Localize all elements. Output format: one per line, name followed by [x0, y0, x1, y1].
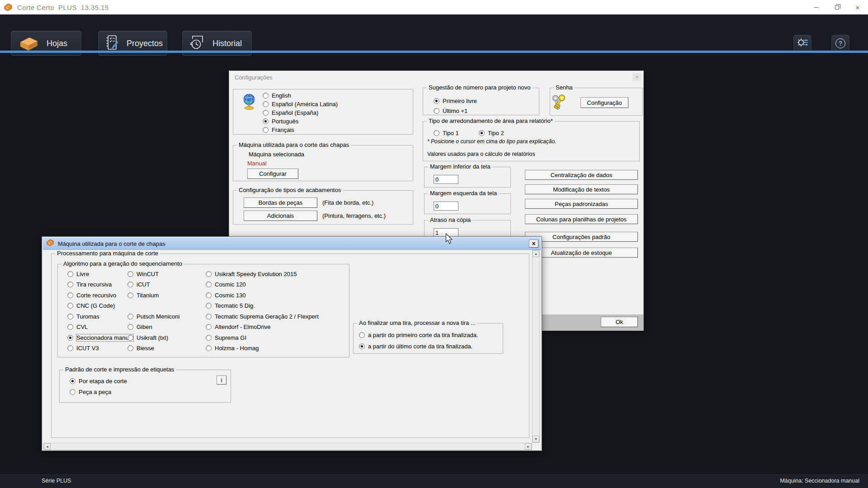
radio-icon: [263, 110, 269, 116]
radio-titanium[interactable]: Titanium: [127, 291, 159, 300]
radio-lang-english[interactable]: English: [263, 91, 291, 100]
machine-dialog-titlebar[interactable]: Máquina utilizada para o corte de chapas: [43, 238, 541, 250]
radio-icon: [434, 108, 439, 114]
radio-icon: [206, 324, 212, 330]
radio-icon-checked: [434, 98, 439, 104]
radio-lang-espanol-espana[interactable]: Español (España): [263, 108, 318, 117]
globe-icon: [241, 93, 257, 112]
close-button[interactable]: ×: [847, 0, 868, 14]
radio-icon: [67, 271, 73, 277]
centralizacao-de-dados-button[interactable]: Centralização de dados: [525, 170, 638, 180]
radio-por-etapa-de-corte[interactable]: Por etapa de corte: [70, 376, 127, 385]
radio-icon: [263, 127, 269, 133]
info-button[interactable]: i: [217, 375, 226, 385]
vertical-scrollbar[interactable]: ▲ ▼: [532, 250, 540, 443]
os-titlebar[interactable]: Corte Certo PLUS 13.35.15 ×: [0, 0, 868, 14]
scroll-up-icon[interactable]: ▲: [533, 250, 539, 257]
config-dialog-title[interactable]: Configurações: [235, 74, 273, 81]
accent-divider: [0, 51, 868, 53]
radio-seccionadora-manual[interactable]: Seccionadora manual: [67, 333, 133, 342]
radio-cosmic-120[interactable]: Cosmic 120: [206, 280, 246, 289]
radio-icon: [67, 303, 73, 309]
radio-giben[interactable]: Giben: [127, 322, 152, 331]
scroll-left-icon[interactable]: ◄: [44, 443, 51, 450]
radio-lang-francais[interactable]: Français: [263, 125, 294, 134]
keys-icon: [551, 94, 569, 115]
configurar-button[interactable]: Configurar: [247, 169, 298, 179]
radio-wincut[interactable]: WinCUT: [127, 269, 159, 278]
historial-label: Historial: [212, 39, 242, 48]
labels-group: Padrão de corte e impressão de etiquetas: [59, 370, 231, 403]
radio-icon: [67, 324, 73, 330]
adicionais-hint: (Pintura, ferragens, etc.): [322, 212, 386, 219]
settings-button[interactable]: [793, 35, 811, 52]
horizontal-scrollbar[interactable]: ◄ ►: [43, 443, 532, 450]
dialog-logo-icon: [46, 239, 54, 249]
radio-holzma-homag[interactable]: Holzma - Homag: [206, 343, 259, 352]
mouse-cursor: [445, 233, 453, 247]
radio-primeiro-livre[interactable]: Primeiro livre: [434, 96, 477, 105]
senha-configuracao-button[interactable]: Configuração: [580, 97, 628, 108]
radio-cnc-g-code[interactable]: CNC (G Code): [67, 301, 115, 310]
radio-lang-portugues[interactable]: Português: [263, 117, 298, 126]
restore-button[interactable]: [826, 0, 847, 14]
radio-icon-checked: [263, 118, 269, 124]
radio-tipo-2[interactable]: Tipo 2: [479, 128, 504, 137]
status-series: Série PLUS: [42, 478, 71, 484]
radio-cvl[interactable]: CVL: [67, 322, 88, 331]
radio-icut[interactable]: iCUT: [127, 280, 150, 289]
radio-icon: [206, 292, 212, 298]
main-toolbar: Hojas Proyectos: [0, 14, 868, 51]
colunas-planilhas-button[interactable]: Colunas para planilhas de projetos: [525, 214, 638, 224]
status-bar: Série PLUS Máquina: Seccionadora manual: [0, 473, 868, 488]
radio-icon: [67, 292, 73, 298]
scroll-right-icon[interactable]: ►: [525, 443, 532, 450]
radio-livre[interactable]: Livre: [67, 269, 89, 278]
gear-sliders-icon: [796, 37, 809, 50]
algorithm-group: Algoritmo para a geração do sequenciamen…: [57, 264, 349, 357]
help-button[interactable]: ?: [831, 35, 849, 52]
radio-corte-recursivo[interactable]: Corte recursivo: [67, 291, 116, 300]
machine-selected-label: Máquina selecionada: [249, 151, 304, 158]
app-logo-icon: [4, 3, 13, 12]
radio-icon: [67, 282, 73, 287]
ok-button[interactable]: Ok: [601, 317, 638, 327]
adicionais-button[interactable]: Adicionais: [244, 211, 317, 221]
margin-left-input[interactable]: [434, 202, 458, 211]
radio-tecmatic-suprema-flexpert[interactable]: Tecmatic Suprema Geração 2 / Flexpert: [206, 312, 319, 321]
radio-icon: [206, 271, 212, 277]
radio-ultimo-mais-1[interactable]: Último +1: [434, 106, 467, 115]
radio-biesse[interactable]: Biesse: [127, 343, 154, 352]
radio-tira-recursiva[interactable]: Tira recursiva: [67, 280, 112, 289]
modificacao-de-textos-button[interactable]: Modificação de textos: [525, 184, 638, 194]
radio-icon: [206, 282, 212, 287]
radio-cosmic-130[interactable]: Cosmic 130: [206, 291, 246, 300]
bordas-de-pecas-button[interactable]: Bordas de peças: [244, 197, 317, 208]
radio-lang-espanol-latam[interactable]: Español (América Latina): [263, 99, 338, 108]
config-close-icon[interactable]: ×: [632, 73, 642, 81]
radio-icut-v3[interactable]: ICUT V3: [67, 343, 99, 352]
radio-putsch-meniconi[interactable]: Putsch Meniconi: [127, 312, 179, 321]
radio-turomas[interactable]: Turomas: [67, 312, 99, 321]
radio-ultimo-corte-tira[interactable]: a partir do último corte da tira finaliz…: [359, 342, 472, 351]
radio-icon: [263, 93, 269, 99]
radio-icon: [127, 324, 133, 330]
machine-dialog: Máquina utilizada para o corte de chapas…: [42, 236, 542, 451]
minimize-button[interactable]: [806, 0, 826, 14]
radio-icon: [206, 303, 212, 309]
rounding-subtitle: Valores usados para o cálculo de relatór…: [427, 151, 535, 157]
radio-icon: [263, 101, 269, 107]
radio-icon: [127, 314, 133, 319]
machine-close-icon[interactable]: ×: [529, 239, 538, 248]
radio-tecmatic-5-dig[interactable]: Tecmatic 5 Dig.: [206, 301, 255, 310]
radio-usikraft-txt[interactable]: Usikraft (txt): [127, 333, 168, 342]
radio-primeiro-corte-tira[interactable]: a partir do primeiro corte da tira final…: [359, 330, 478, 339]
radio-altendorf-elmodrive[interactable]: Altendorf - ElmoDrive: [206, 322, 271, 331]
radio-suprema-gi[interactable]: Suprema GI: [206, 333, 246, 342]
margin-bottom-input[interactable]: [434, 175, 458, 184]
scroll-down-icon[interactable]: ▼: [533, 436, 539, 442]
pecas-padronizadas-button[interactable]: Peças padronizadas: [525, 199, 638, 209]
radio-usikraft-speedy-2015[interactable]: Usikraft Speedy Evolution 2015: [206, 269, 297, 278]
radio-tipo-1[interactable]: Tipo 1: [434, 128, 459, 137]
radio-peca-a-peca[interactable]: Peça a peça: [70, 387, 111, 396]
